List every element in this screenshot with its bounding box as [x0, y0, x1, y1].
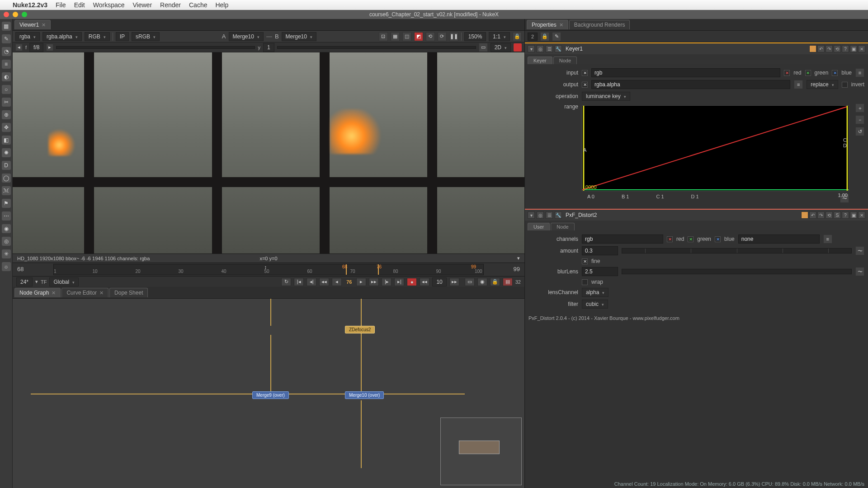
tool-image-icon[interactable]: ▦ [2, 22, 11, 31]
split-icon[interactable]: ≡ [823, 235, 832, 244]
zoom-dropdown[interactable]: 150% [464, 32, 486, 41]
channel-split-icon[interactable]: ≡ [855, 68, 864, 77]
blur-slider[interactable] [622, 269, 852, 274]
lock-icon[interactable]: 🔒 [513, 32, 522, 41]
keyer-name[interactable]: Keyer1 [566, 46, 583, 52]
help-icon[interactable]: ? [842, 211, 849, 219]
redo-icon[interactable]: ↷ [826, 45, 833, 52]
tool-filter-icon[interactable]: ○ [2, 85, 11, 94]
go-next-key-icon[interactable]: |▸ [382, 278, 392, 286]
layer-dropdown[interactable]: rgba.alpha [42, 32, 82, 41]
dimension-dropdown[interactable]: 2D [491, 43, 511, 52]
reveal-icon[interactable]: ☰ [546, 45, 553, 52]
refresh-icon[interactable]: ⟳ [438, 32, 447, 41]
anim-icon[interactable]: 〜 [855, 246, 864, 255]
green-check[interactable] [805, 70, 811, 76]
arrow-icon[interactable]: ▾ [35, 279, 38, 285]
distort-name[interactable]: PxF_Distort2 [566, 212, 597, 218]
play-back-icon[interactable]: ◂ [332, 278, 342, 286]
color-dropdown[interactable]: RGB [85, 32, 110, 41]
amount-field[interactable]: 0.3 [582, 246, 618, 255]
tool-user-icon[interactable]: ☼ [2, 262, 11, 271]
lenschannel-dropdown[interactable]: alpha [582, 288, 609, 297]
sync-dropdown[interactable]: Global [49, 277, 79, 286]
range-curve[interactable]: A CD .0000 1.00 [582, 105, 849, 191]
maximize-window-button[interactable] [22, 12, 27, 17]
tool-deep-icon[interactable]: D [2, 161, 11, 170]
close-window-button[interactable] [4, 12, 9, 17]
filter-dropdown[interactable]: cubic [582, 300, 608, 309]
input-field[interactable]: rgb [591, 68, 780, 77]
node-color-swatch[interactable] [809, 45, 816, 52]
invert-check[interactable] [842, 82, 848, 88]
tool-other-icon[interactable]: ⋯ [2, 211, 11, 221]
menu-render[interactable]: Render [160, 1, 181, 9]
menu-cache[interactable]: Cache [189, 1, 207, 9]
undo-icon[interactable]: ↶ [809, 211, 816, 219]
green-check[interactable] [688, 236, 693, 242]
menu-app-name[interactable]: Nuke12.2v3 [13, 1, 47, 9]
add-key-icon[interactable]: ＋ [855, 103, 864, 113]
fps-field[interactable]: 24* [16, 277, 33, 286]
s-icon[interactable]: S [834, 211, 841, 219]
revert-icon[interactable]: ⟲ [834, 45, 841, 52]
tool-toolset-icon[interactable]: ⚑ [2, 199, 11, 208]
reset-curve-icon[interactable]: ↺ [855, 127, 864, 136]
tool-channel-icon[interactable]: ≡ [2, 60, 11, 69]
close-icon[interactable]: ✕ [52, 290, 56, 296]
blur-field[interactable]: 2.5 [582, 267, 618, 276]
close-icon[interactable]: ✕ [99, 290, 104, 296]
input-enable-check[interactable] [582, 70, 588, 76]
proxy-icon[interactable]: ⟲ [426, 32, 435, 41]
record-icon[interactable]: ● [407, 278, 417, 286]
tool-furnace-icon[interactable]: ◉ [2, 224, 11, 233]
exp-left-icon[interactable]: ◂ [15, 44, 23, 51]
skip-back-icon[interactable]: ◂◂ [420, 278, 429, 286]
output-more-icon[interactable]: ≡ [794, 80, 803, 89]
mark-out[interactable]: 99 [471, 264, 477, 270]
red-check[interactable] [784, 70, 790, 76]
viewer-tab[interactable]: Viewer1 ✕ [14, 20, 51, 29]
overlay-icon[interactable]: ▦ [391, 32, 400, 41]
operation-dropdown[interactable]: luminance key [582, 92, 630, 101]
tool-time-icon[interactable]: ◔ [2, 47, 11, 56]
menu-edit[interactable]: Edit [74, 1, 85, 9]
minimize-window-button[interactable] [13, 12, 18, 17]
tool-merge-icon[interactable]: ⊕ [2, 110, 11, 119]
wipe-icon[interactable]: ◫ [402, 32, 411, 41]
go-last-icon[interactable]: ▸| [394, 278, 404, 286]
skip-field[interactable]: 10 [432, 277, 446, 286]
play-fwd-icon[interactable]: ▸ [356, 278, 366, 286]
timeline-in[interactable]: 68 [17, 266, 24, 272]
ip-toggle[interactable]: IP [116, 32, 129, 41]
input-a-dropdown[interactable]: Merge10 [229, 32, 264, 41]
anim-icon[interactable]: 〜 [855, 267, 864, 276]
collapse-icon[interactable]: ▾ [528, 45, 535, 52]
reveal-icon[interactable]: ☰ [546, 211, 553, 219]
tab-background-renders[interactable]: Background Renders [569, 20, 630, 29]
timeline-track[interactable]: 1 10 20 30 40 50 60 70 80 90 100 68 76 9… [53, 264, 484, 275]
close-icon[interactable]: ✕ [42, 22, 46, 28]
viewport[interactable] [13, 52, 524, 253]
node-zdefocus[interactable]: ZDefocus2 [345, 326, 375, 333]
float-icon[interactable]: ▣ [850, 211, 857, 219]
wrap-check[interactable] [582, 279, 588, 285]
loop-icon[interactable]: ↻ [281, 278, 291, 286]
panel-count[interactable]: 2 [528, 33, 538, 41]
tab-properties[interactable]: Properties✕ [527, 20, 568, 29]
fstop-button[interactable]: f/8 [29, 43, 43, 52]
tool-views-icon[interactable]: ◯ [2, 174, 11, 183]
step-back-icon[interactable]: ◂◂ [319, 278, 329, 286]
nodegraph-canvas[interactable]: ZDefocus2 Merge9 (over) Merge10 (over) [13, 299, 524, 488]
pause-icon[interactable]: ❚❚ [449, 32, 458, 41]
cursor-icon[interactable]: ↕ [264, 264, 267, 270]
eyedropper-icon[interactable] [514, 43, 522, 52]
revert-icon[interactable]: ⟲ [826, 211, 833, 219]
handle-c[interactable]: C 1 [656, 194, 664, 203]
tf-label[interactable]: TF [41, 279, 47, 285]
output-enable-check[interactable] [582, 82, 588, 88]
tool-3d-icon[interactable]: ◧ [2, 136, 11, 145]
exposure-slider[interactable] [56, 46, 255, 49]
lock-panels-icon[interactable]: 🔒 [540, 32, 549, 41]
monitor-icon[interactable]: ▭ [465, 278, 475, 286]
